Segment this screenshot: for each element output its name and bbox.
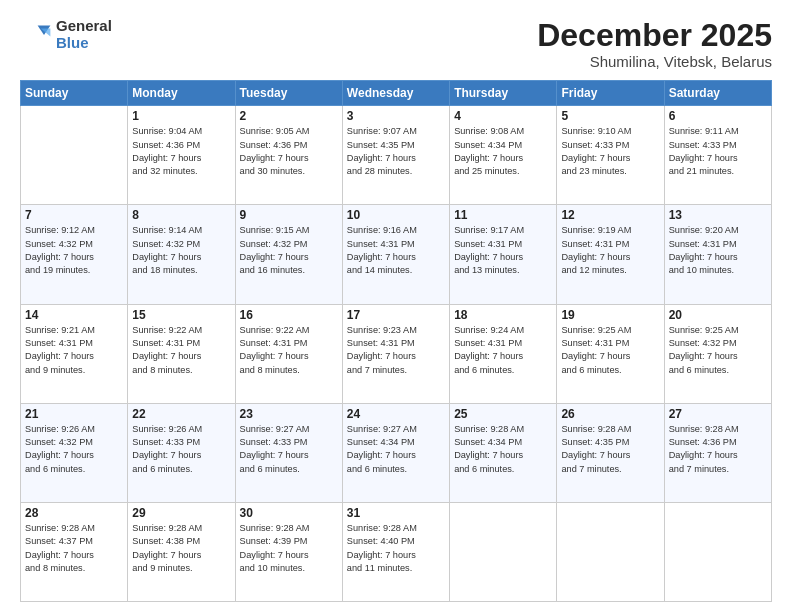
day-number: 8 <box>132 208 230 222</box>
day-info: Sunrise: 9:28 AM Sunset: 4:37 PM Dayligh… <box>25 522 123 575</box>
day-number: 28 <box>25 506 123 520</box>
day-info: Sunrise: 9:26 AM Sunset: 4:33 PM Dayligh… <box>132 423 230 476</box>
day-number: 26 <box>561 407 659 421</box>
day-number: 2 <box>240 109 338 123</box>
calendar-cell: 1Sunrise: 9:04 AM Sunset: 4:36 PM Daylig… <box>128 106 235 205</box>
day-info: Sunrise: 9:15 AM Sunset: 4:32 PM Dayligh… <box>240 224 338 277</box>
calendar-cell: 22Sunrise: 9:26 AM Sunset: 4:33 PM Dayli… <box>128 403 235 502</box>
calendar-cell: 23Sunrise: 9:27 AM Sunset: 4:33 PM Dayli… <box>235 403 342 502</box>
day-number: 19 <box>561 308 659 322</box>
day-number: 25 <box>454 407 552 421</box>
calendar-cell: 19Sunrise: 9:25 AM Sunset: 4:31 PM Dayli… <box>557 304 664 403</box>
day-number: 23 <box>240 407 338 421</box>
day-info: Sunrise: 9:22 AM Sunset: 4:31 PM Dayligh… <box>132 324 230 377</box>
title-section: December 2025 Shumilina, Vitebsk, Belaru… <box>537 18 772 70</box>
calendar-cell: 30Sunrise: 9:28 AM Sunset: 4:39 PM Dayli… <box>235 502 342 601</box>
day-number: 6 <box>669 109 767 123</box>
day-number: 13 <box>669 208 767 222</box>
day-info: Sunrise: 9:10 AM Sunset: 4:33 PM Dayligh… <box>561 125 659 178</box>
calendar-header-tuesday: Tuesday <box>235 81 342 106</box>
calendar-cell: 13Sunrise: 9:20 AM Sunset: 4:31 PM Dayli… <box>664 205 771 304</box>
calendar-cell: 20Sunrise: 9:25 AM Sunset: 4:32 PM Dayli… <box>664 304 771 403</box>
calendar-week-1: 1Sunrise: 9:04 AM Sunset: 4:36 PM Daylig… <box>21 106 772 205</box>
calendar-cell <box>664 502 771 601</box>
logo-text: General Blue <box>56 18 112 51</box>
calendar-cell: 9Sunrise: 9:15 AM Sunset: 4:32 PM Daylig… <box>235 205 342 304</box>
calendar-header-row: SundayMondayTuesdayWednesdayThursdayFrid… <box>21 81 772 106</box>
day-number: 31 <box>347 506 445 520</box>
day-info: Sunrise: 9:25 AM Sunset: 4:31 PM Dayligh… <box>561 324 659 377</box>
day-info: Sunrise: 9:11 AM Sunset: 4:33 PM Dayligh… <box>669 125 767 178</box>
day-number: 3 <box>347 109 445 123</box>
calendar-cell: 25Sunrise: 9:28 AM Sunset: 4:34 PM Dayli… <box>450 403 557 502</box>
day-info: Sunrise: 9:04 AM Sunset: 4:36 PM Dayligh… <box>132 125 230 178</box>
calendar-week-2: 7Sunrise: 9:12 AM Sunset: 4:32 PM Daylig… <box>21 205 772 304</box>
calendar-header-monday: Monday <box>128 81 235 106</box>
day-info: Sunrise: 9:23 AM Sunset: 4:31 PM Dayligh… <box>347 324 445 377</box>
day-number: 27 <box>669 407 767 421</box>
day-info: Sunrise: 9:28 AM Sunset: 4:34 PM Dayligh… <box>454 423 552 476</box>
calendar-week-4: 21Sunrise: 9:26 AM Sunset: 4:32 PM Dayli… <box>21 403 772 502</box>
calendar-cell: 24Sunrise: 9:27 AM Sunset: 4:34 PM Dayli… <box>342 403 449 502</box>
day-info: Sunrise: 9:22 AM Sunset: 4:31 PM Dayligh… <box>240 324 338 377</box>
logo-icon <box>20 19 52 51</box>
logo-blue-text: Blue <box>56 35 112 52</box>
day-info: Sunrise: 9:27 AM Sunset: 4:34 PM Dayligh… <box>347 423 445 476</box>
day-number: 1 <box>132 109 230 123</box>
day-number: 11 <box>454 208 552 222</box>
day-number: 20 <box>669 308 767 322</box>
calendar-cell: 12Sunrise: 9:19 AM Sunset: 4:31 PM Dayli… <box>557 205 664 304</box>
day-info: Sunrise: 9:28 AM Sunset: 4:36 PM Dayligh… <box>669 423 767 476</box>
day-info: Sunrise: 9:28 AM Sunset: 4:38 PM Dayligh… <box>132 522 230 575</box>
day-info: Sunrise: 9:20 AM Sunset: 4:31 PM Dayligh… <box>669 224 767 277</box>
calendar-cell: 4Sunrise: 9:08 AM Sunset: 4:34 PM Daylig… <box>450 106 557 205</box>
day-number: 9 <box>240 208 338 222</box>
logo-general-text: General <box>56 18 112 35</box>
day-number: 5 <box>561 109 659 123</box>
calendar-table: SundayMondayTuesdayWednesdayThursdayFrid… <box>20 80 772 602</box>
day-info: Sunrise: 9:08 AM Sunset: 4:34 PM Dayligh… <box>454 125 552 178</box>
calendar-cell: 10Sunrise: 9:16 AM Sunset: 4:31 PM Dayli… <box>342 205 449 304</box>
day-info: Sunrise: 9:28 AM Sunset: 4:35 PM Dayligh… <box>561 423 659 476</box>
day-info: Sunrise: 9:28 AM Sunset: 4:39 PM Dayligh… <box>240 522 338 575</box>
day-number: 17 <box>347 308 445 322</box>
day-number: 4 <box>454 109 552 123</box>
day-info: Sunrise: 9:21 AM Sunset: 4:31 PM Dayligh… <box>25 324 123 377</box>
day-number: 30 <box>240 506 338 520</box>
day-number: 18 <box>454 308 552 322</box>
day-number: 15 <box>132 308 230 322</box>
month-title: December 2025 <box>537 18 772 53</box>
calendar-cell <box>557 502 664 601</box>
day-info: Sunrise: 9:25 AM Sunset: 4:32 PM Dayligh… <box>669 324 767 377</box>
calendar-header-sunday: Sunday <box>21 81 128 106</box>
calendar-week-3: 14Sunrise: 9:21 AM Sunset: 4:31 PM Dayli… <box>21 304 772 403</box>
day-info: Sunrise: 9:14 AM Sunset: 4:32 PM Dayligh… <box>132 224 230 277</box>
calendar-header-wednesday: Wednesday <box>342 81 449 106</box>
calendar-cell <box>21 106 128 205</box>
day-number: 14 <box>25 308 123 322</box>
location-title: Shumilina, Vitebsk, Belarus <box>537 53 772 70</box>
calendar-cell <box>450 502 557 601</box>
day-number: 7 <box>25 208 123 222</box>
calendar-header-saturday: Saturday <box>664 81 771 106</box>
day-number: 10 <box>347 208 445 222</box>
day-info: Sunrise: 9:19 AM Sunset: 4:31 PM Dayligh… <box>561 224 659 277</box>
calendar-cell: 8Sunrise: 9:14 AM Sunset: 4:32 PM Daylig… <box>128 205 235 304</box>
calendar-cell: 29Sunrise: 9:28 AM Sunset: 4:38 PM Dayli… <box>128 502 235 601</box>
calendar-cell: 15Sunrise: 9:22 AM Sunset: 4:31 PM Dayli… <box>128 304 235 403</box>
logo: General Blue <box>20 18 112 51</box>
day-info: Sunrise: 9:07 AM Sunset: 4:35 PM Dayligh… <box>347 125 445 178</box>
day-number: 22 <box>132 407 230 421</box>
calendar-cell: 28Sunrise: 9:28 AM Sunset: 4:37 PM Dayli… <box>21 502 128 601</box>
day-number: 12 <box>561 208 659 222</box>
calendar-header-thursday: Thursday <box>450 81 557 106</box>
calendar-cell: 31Sunrise: 9:28 AM Sunset: 4:40 PM Dayli… <box>342 502 449 601</box>
calendar-cell: 2Sunrise: 9:05 AM Sunset: 4:36 PM Daylig… <box>235 106 342 205</box>
day-number: 21 <box>25 407 123 421</box>
calendar-cell: 26Sunrise: 9:28 AM Sunset: 4:35 PM Dayli… <box>557 403 664 502</box>
day-info: Sunrise: 9:28 AM Sunset: 4:40 PM Dayligh… <box>347 522 445 575</box>
calendar-cell: 5Sunrise: 9:10 AM Sunset: 4:33 PM Daylig… <box>557 106 664 205</box>
calendar-cell: 18Sunrise: 9:24 AM Sunset: 4:31 PM Dayli… <box>450 304 557 403</box>
calendar-cell: 21Sunrise: 9:26 AM Sunset: 4:32 PM Dayli… <box>21 403 128 502</box>
day-info: Sunrise: 9:24 AM Sunset: 4:31 PM Dayligh… <box>454 324 552 377</box>
